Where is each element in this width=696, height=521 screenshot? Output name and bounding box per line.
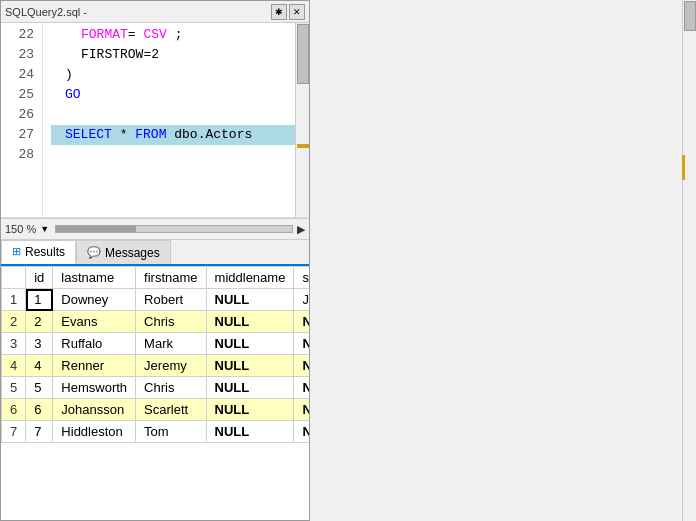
code-line-28 [51,145,301,165]
table-row[interactable]: 55HemsworthChrisNULLNULL [2,377,310,399]
lastname-cell: Hiddleston [53,421,136,443]
tab-messages[interactable]: 💬 Messages [76,240,171,264]
line-num-24: 24 [1,65,34,85]
close-button[interactable]: ✕ [289,4,305,20]
scrollbar-accent [297,144,309,148]
suffix-cell: Jr. [294,289,309,311]
firstname-cell: Scarlett [136,399,206,421]
zoom-dropdown-icon[interactable]: ▼ [40,224,49,234]
table-row[interactable]: 44RennerJeremyNULLNULL [2,355,310,377]
col-lastname: lastname [53,267,136,289]
code-line-23: FIRSTROW=2 [51,45,301,65]
table-row[interactable]: 33RuffaloMarkNULLNULL [2,333,310,355]
lastname-cell: Downey [53,289,136,311]
col-id: id [26,267,53,289]
code-line-24: ) [51,65,301,85]
tab-messages-label: Messages [105,246,160,260]
middlename-cell: NULL [206,355,294,377]
row-number-cell: 4 [2,355,26,377]
format-keyword: FORMAT [81,27,128,42]
results-grid-icon: ⊞ [12,245,21,258]
sql-editor-window: SQLQuery2.sql - ✱ ✕ 22 23 24 25 26 27 28 [0,0,310,521]
line-num-25: 25 [1,85,34,105]
lastname-cell: Evans [53,311,136,333]
horizontal-scroll-thumb[interactable] [56,226,136,232]
line-num-28: 28 [1,145,34,165]
lastname-cell: Renner [53,355,136,377]
tabs-bar: ⊞ Results 💬 Messages [1,240,309,266]
suffix-cell: NULL [294,399,309,421]
firstname-cell: Tom [136,421,206,443]
line-num-23: 23 [1,45,34,65]
scrollbar-thumb[interactable] [297,24,309,84]
firstname-cell: Robert [136,289,206,311]
select-keyword: SELECT [65,127,112,142]
id-cell[interactable]: 3 [26,333,53,355]
from-keyword: FROM [135,127,166,142]
row-number-cell: 7 [2,421,26,443]
table-row[interactable]: 11DowneyRobertNULLJr. [2,289,310,311]
code-editor[interactable]: 22 23 24 25 26 27 28 FORMAT= CSV ; [1,23,309,218]
id-cell[interactable]: 2 [26,311,53,333]
code-line-26 [51,105,301,125]
firstname-cell: Mark [136,333,206,355]
row-number-cell: 5 [2,377,26,399]
results-container: id lastname firstname middlename suffix … [1,266,309,520]
middlename-cell: NULL [206,421,294,443]
window-title: SQLQuery2.sql - [5,6,87,18]
code-content[interactable]: FORMAT= CSV ; FIRSTROW=2 ) [43,23,309,217]
right-scrollbar[interactable] [682,0,696,521]
lastname-cell: Johansson [53,399,136,421]
horizontal-scroll-track[interactable] [55,225,293,233]
id-cell[interactable]: 5 [26,377,53,399]
csv-value: CSV [143,27,166,42]
suffix-cell: NULL [294,333,309,355]
tab-results[interactable]: ⊞ Results [1,240,76,264]
row-number-cell: 1 [2,289,26,311]
window-controls: ✱ ✕ [271,4,305,20]
lastname-cell: Ruffalo [53,333,136,355]
firstname-cell: Chris [136,377,206,399]
code-line-27: SELECT * FROM dbo.Actors [51,125,301,145]
pin-button[interactable]: ✱ [271,4,287,20]
table-row[interactable]: 22EvansChrisNULLNULL [2,311,310,333]
line-indicator [682,155,685,180]
col-rownum [2,267,26,289]
firstname-cell: Jeremy [136,355,206,377]
col-middlename: middlename [206,267,294,289]
firstname-cell: Chris [136,311,206,333]
middlename-cell: NULL [206,399,294,421]
table-row[interactable]: 66JohanssonScarlettNULLNULL [2,399,310,421]
id-cell[interactable]: 7 [26,421,53,443]
row-number-cell: 6 [2,399,26,421]
suffix-cell: NULL [294,421,309,443]
go-keyword: GO [65,87,81,102]
line-numbers: 22 23 24 25 26 27 28 [1,23,43,217]
suffix-cell: NULL [294,311,309,333]
zoom-level: 150 % [5,223,36,235]
title-bar: SQLQuery2.sql - ✱ ✕ [1,1,309,23]
messages-icon: 💬 [87,246,101,259]
right-scrollbar-thumb[interactable] [684,1,696,31]
firstrow-keyword: FIRSTROW [81,47,143,62]
vertical-scrollbar[interactable] [295,23,309,217]
table-header-row: id lastname firstname middlename suffix [2,267,310,289]
suffix-cell: NULL [294,355,309,377]
line-num-22: 22 [1,25,34,45]
results-table: id lastname firstname middlename suffix … [1,266,309,443]
line-num-27: 27 [1,125,34,145]
row-number-cell: 3 [2,333,26,355]
scroll-right-arrow[interactable]: ▶ [297,223,305,236]
id-cell[interactable]: 1 [26,289,53,311]
row-number-cell: 2 [2,311,26,333]
zoom-bar: 150 % ▼ ▶ [1,218,309,240]
table-row[interactable]: 77HiddlestonTomNULLNULL [2,421,310,443]
results-area[interactable]: id lastname firstname middlename suffix … [1,266,309,520]
line-num-26: 26 [1,105,34,125]
middlename-cell: NULL [206,333,294,355]
code-line-22: FORMAT= CSV ; [51,25,301,45]
col-firstname: firstname [136,267,206,289]
id-cell[interactable]: 6 [26,399,53,421]
suffix-cell: NULL [294,377,309,399]
id-cell[interactable]: 4 [26,355,53,377]
